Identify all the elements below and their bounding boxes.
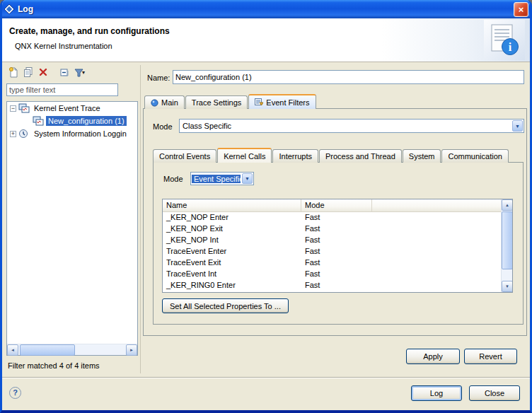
collapse-expander-icon[interactable]: −: [10, 105, 16, 112]
tab-kernel-calls[interactable]: Kernel Calls: [217, 148, 272, 163]
tree-item-system-information-logging[interactable]: + System Information Loggin: [7, 127, 137, 140]
cell-mode: Fast: [301, 235, 372, 246]
tab-event-filters[interactable]: Event Filters: [248, 94, 316, 109]
tab-label: Process and Thread: [325, 152, 395, 161]
kernel-calls-table: Name Mode _KER_NOP Enter Fast _KER_NOP E…: [162, 199, 513, 293]
cell-mode: Fast: [301, 280, 372, 291]
cell-mode: Fast: [301, 291, 372, 292]
chevron-down-icon[interactable]: ▼: [512, 120, 523, 132]
log-dialog: Log × Create, manage, and run configurat…: [0, 0, 532, 413]
tab-main[interactable]: Main: [144, 95, 185, 109]
close-icon[interactable]: ×: [514, 2, 528, 17]
table-row[interactable]: _KER_NOP Exit Fast: [163, 223, 501, 235]
kernel-calls-panel: Mode Event Specific ▼ Name Mode _KER_NOP…: [153, 162, 524, 325]
header-banner: Create, manage, and run configurations Q…: [2, 18, 530, 62]
main-tab-icon: [151, 99, 158, 107]
column-header-name[interactable]: Name: [163, 199, 301, 211]
scroll-right-icon[interactable]: ►: [126, 344, 137, 356]
scroll-left-icon[interactable]: ◄: [7, 344, 18, 356]
scroll-down-icon[interactable]: ▼: [502, 281, 513, 292]
duplicate-icon: [23, 66, 34, 78]
table-row[interactable]: TraceEvent Int Fast: [163, 269, 501, 280]
cell-name: _KER_RING0 Enter: [163, 280, 301, 291]
tree-item-label: New_configuration (1): [46, 116, 127, 126]
revert-button[interactable]: Revert: [464, 349, 517, 364]
event-mode-combobox[interactable]: Event Specific ▼: [190, 172, 254, 185]
config-tree: − Kernel Event Trace: [6, 101, 138, 356]
scrollbar-thumb[interactable]: [502, 211, 513, 269]
titlebar[interactable]: Log ×: [0, 0, 532, 18]
cell-name: TraceEvent Enter: [163, 246, 301, 257]
tab-control-events[interactable]: Control Events: [153, 149, 216, 163]
mode-label: Mode: [153, 122, 173, 131]
configurations-sidebar: ▾ − Kernel Event Trace: [6, 65, 139, 376]
tab-communication[interactable]: Communication: [441, 149, 508, 163]
tab-label: Kernel Calls: [224, 152, 265, 161]
mode-combobox[interactable]: Class Specific ▼: [179, 119, 524, 133]
column-header-empty[interactable]: [372, 199, 501, 211]
tree-item-new-configuration[interactable]: New_configuration (1): [7, 115, 137, 127]
table-row[interactable]: TraceEvent Exit Fast: [163, 257, 501, 269]
new-configuration-icon: [8, 66, 19, 78]
name-label: Name:: [147, 74, 170, 82]
delete-icon: [38, 67, 48, 77]
tree-item-label: System Information Loggin: [32, 129, 129, 139]
tab-process-and-thread[interactable]: Process and Thread: [319, 149, 402, 163]
scrollbar-thumb[interactable]: [20, 344, 75, 356]
tree-item-kernel-event-trace[interactable]: − Kernel Event Trace: [7, 102, 137, 115]
table-row[interactable]: _KER_NOP Enter Fast: [163, 212, 501, 223]
chevron-down-icon[interactable]: ▼: [242, 173, 253, 184]
apply-button[interactable]: Apply: [406, 349, 460, 364]
event-class-tabs: Control Events Kernel Calls Interrupts P…: [153, 148, 509, 163]
tree-horizontal-scrollbar[interactable]: ◄ ►: [7, 344, 137, 355]
button-bar: ? Log Close: [2, 377, 530, 410]
table-scroll-area: Name Mode _KER_NOP Enter Fast _KER_NOP E…: [163, 199, 501, 292]
banner-document-info-icon: i: [484, 20, 525, 60]
table-vertical-scrollbar[interactable]: ▲ ▼: [501, 199, 512, 292]
collapse-all-icon: [59, 67, 70, 78]
filter-menu-button[interactable]: ▾: [73, 66, 86, 79]
table-row[interactable]: TraceEvent Enter Fast: [163, 246, 501, 257]
column-header-mode[interactable]: Mode: [301, 199, 372, 211]
tab-interrupts[interactable]: Interrupts: [272, 149, 318, 163]
tab-label: Event Filters: [266, 98, 309, 107]
mode-combobox-value: Class Specific: [180, 122, 511, 130]
svg-text:i: i: [509, 41, 512, 53]
kernel-trace-icon: [18, 103, 30, 113]
tab-label: Main: [161, 98, 178, 107]
delete-configuration-button[interactable]: [36, 66, 50, 79]
tab-label: System: [409, 152, 435, 161]
tree-item-label: Kernel Event Trace: [32, 103, 103, 113]
close-button[interactable]: Close: [469, 385, 520, 401]
kernel-trace-icon: [33, 116, 44, 126]
chevron-down-icon: ▾: [82, 69, 85, 76]
filter-status: Filter matched 4 of 4 items: [8, 361, 100, 370]
table-row[interactable]: _KER_NOP Int Fast: [163, 235, 501, 246]
help-button[interactable]: ?: [9, 387, 21, 399]
table-row[interactable]: _KER_RING0 Enter Fast: [163, 280, 501, 291]
log-button[interactable]: Log: [411, 385, 462, 401]
collapse-all-button[interactable]: [58, 66, 71, 79]
tab-label: Communication: [448, 152, 502, 161]
expand-expander-icon[interactable]: +: [10, 131, 16, 137]
scroll-up-icon[interactable]: ▲: [502, 199, 513, 211]
duplicate-configuration-button[interactable]: [21, 66, 35, 79]
table-row[interactable]: _KER_RING0 Exit Fast: [163, 291, 501, 292]
system-information-icon: [18, 129, 30, 139]
scrollbar-track[interactable]: [18, 344, 126, 355]
filter-input[interactable]: [6, 83, 118, 96]
cell-name: _KER_RING0 Exit: [163, 291, 301, 292]
window-icon[interactable]: [4, 4, 15, 15]
tab-label: Trace Settings: [192, 98, 242, 107]
cell-name: _KER_NOP Exit: [163, 223, 301, 235]
cell-name: _KER_NOP Int: [163, 235, 301, 246]
new-configuration-button[interactable]: [6, 66, 20, 79]
name-input[interactable]: [173, 70, 524, 84]
panel-sash[interactable]: [140, 65, 141, 373]
tab-label: Control Events: [159, 152, 210, 161]
cell-name: TraceEvent Int: [163, 269, 301, 280]
tab-system[interactable]: System: [403, 149, 441, 163]
configuration-form: Name: Main Trace Settings: [143, 65, 528, 371]
tab-trace-settings[interactable]: Trace Settings: [185, 95, 248, 109]
set-all-selected-properties-button[interactable]: Set All Selected Properties To ...: [162, 298, 289, 313]
